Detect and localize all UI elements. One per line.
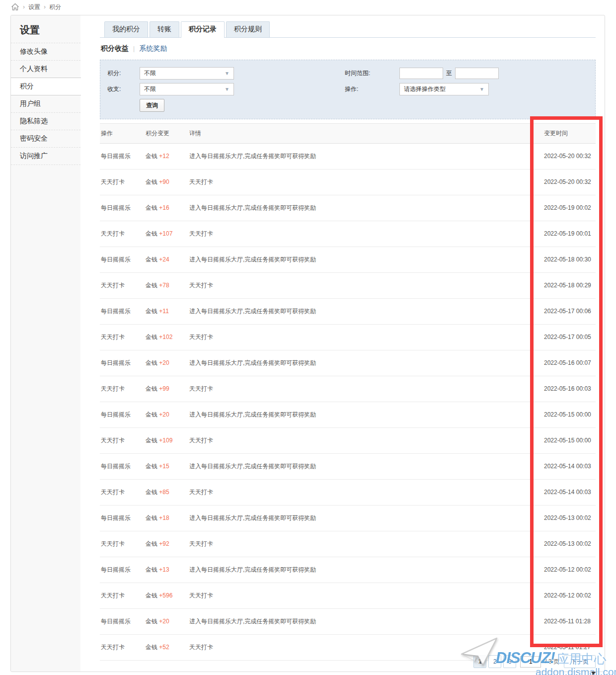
table-row: 天天打卡 金钱 +90 天天打卡 2022-05-20 00:32: [100, 169, 596, 195]
row-detail: 进入每日摇摇乐大厅,完成任务摇奖即可获得奖励: [188, 609, 543, 635]
credit-type: 金钱: [146, 618, 157, 625]
breadcrumb-item-settings[interactable]: 设置: [28, 3, 40, 11]
sidebar-title: 设置: [11, 15, 80, 43]
row-operation: 天天打卡: [100, 273, 145, 299]
row-credit-change: 金钱 +102: [145, 325, 188, 350]
chevron-down-icon: ▼: [225, 86, 230, 92]
sidebar-item-usergroup[interactable]: 用户组: [11, 95, 80, 113]
row-change-time: 2022-05-17 00:06: [543, 299, 596, 325]
credit-amount: +13: [159, 566, 169, 573]
credit-select[interactable]: 不限 ▼: [140, 67, 234, 80]
row-credit-change: 金钱 +13: [145, 557, 188, 583]
page-button-3[interactable]: 3: [503, 655, 516, 668]
row-detail: 天天打卡: [188, 583, 543, 609]
operation-select[interactable]: 请选择操作类型 ▼: [399, 83, 489, 95]
breadcrumb-separator: ›: [23, 3, 25, 10]
credit-amount: +20: [159, 411, 169, 418]
row-detail: 天天打卡: [188, 376, 543, 402]
home-icon[interactable]: [11, 3, 19, 11]
credit-type: 金钱: [146, 489, 157, 496]
row-detail: 进入每日摇摇乐大厅,完成任务摇奖即可获得奖励: [188, 402, 543, 428]
credit-type: 金钱: [146, 153, 157, 160]
income-select[interactable]: 不限 ▼: [140, 83, 234, 95]
table-row: 每日摇摇乐 金钱 +12 进入每日摇摇乐大厅,完成任务摇奖即可获得奖励 2022…: [100, 144, 596, 169]
row-detail: 进入每日摇摇乐大厅,完成任务摇奖即可获得奖励: [188, 557, 543, 583]
page-button-1[interactable]: 1: [473, 655, 486, 668]
table-row: 天天打卡 金钱 +92 天天打卡 2022-05-13 00:02: [100, 531, 596, 557]
row-operation: 每日摇摇乐: [100, 609, 145, 635]
tab-bar: 我的积分 转账 积分记录 积分规则: [100, 21, 596, 38]
row-operation: 每日摇摇乐: [100, 195, 145, 221]
sidebar-item-credits[interactable]: 积分: [11, 78, 81, 95]
breadcrumb-item-credits[interactable]: 积分: [49, 3, 61, 11]
row-detail: 天天打卡: [188, 428, 543, 454]
query-button[interactable]: 查询: [140, 99, 164, 112]
table-row: 天天打卡 金钱 +102 天天打卡 2022-05-17 00:05: [100, 325, 596, 350]
credit-amount: +24: [159, 256, 169, 263]
credit-amount: +12: [159, 153, 169, 160]
income-select-value: 不限: [144, 85, 156, 93]
tab-my-credits[interactable]: 我的积分: [104, 21, 148, 37]
time-from-input[interactable]: [399, 68, 443, 79]
tab-credit-log[interactable]: 积分记录: [181, 21, 225, 38]
sidebar-item-security[interactable]: 密码安全: [11, 130, 80, 148]
credit-type: 金钱: [146, 282, 157, 289]
row-credit-change: 金钱 +12: [145, 144, 188, 169]
row-change-time: 2022-05-14 00:03: [543, 454, 596, 480]
row-detail: 进入每日摇摇乐大厅,完成任务摇奖即可获得奖励: [188, 350, 543, 376]
credit-amount: +107: [159, 230, 172, 237]
row-detail: 天天打卡: [188, 480, 543, 506]
credit-amount: +102: [159, 334, 172, 340]
subnav-divider: |: [133, 45, 135, 52]
subnav-credit-income[interactable]: 积分收益: [101, 44, 129, 53]
sidebar-item-privacy[interactable]: 隐私筛选: [11, 113, 80, 130]
sidebar-item-promotion[interactable]: 访问推广: [11, 148, 80, 165]
credit-type: 金钱: [146, 437, 157, 444]
row-operation: 天天打卡: [100, 376, 145, 402]
row-detail: 进入每日摇摇乐大厅,完成任务摇奖即可获得奖励: [188, 299, 543, 325]
table-row: 天天打卡 金钱 +78 天天打卡 2022-05-18 00:29: [100, 273, 596, 299]
row-credit-change: 金钱 +20: [145, 609, 188, 635]
next-page-button[interactable]: 下一页: [564, 655, 596, 668]
time-range-label: 时间范围:: [345, 69, 399, 78]
row-detail: 进入每日摇摇乐大厅,完成任务摇奖即可获得奖励: [188, 144, 543, 169]
credit-type: 金钱: [146, 230, 157, 237]
credit-type: 金钱: [146, 644, 157, 651]
sidebar-item-avatar[interactable]: 修改头像: [11, 43, 80, 61]
sidebar: 设置 修改头像 个人资料 积分 用户组 隐私筛选 密码安全 访问推广: [11, 15, 80, 672]
operation-select-value: 请选择操作类型: [404, 85, 446, 93]
table-row: 每日摇摇乐 金钱 +16 进入每日摇摇乐大厅,完成任务摇奖即可获得奖励 2022…: [100, 195, 596, 221]
breadcrumb-separator: ›: [44, 3, 46, 10]
row-change-time: 2022-05-20 00:32: [543, 144, 596, 169]
time-to-input[interactable]: [455, 68, 499, 79]
row-operation: 天天打卡: [100, 583, 145, 609]
row-detail: 进入每日摇摇乐大厅,完成任务摇奖即可获得奖励: [188, 506, 543, 531]
main-content: 我的积分 转账 积分记录 积分规则 积分收益 | 系统奖励 积分: 不限 ▼ 时…: [80, 15, 605, 672]
row-credit-change: 金钱 +90: [145, 169, 188, 195]
subnav: 积分收益 | 系统奖励: [101, 44, 596, 53]
row-change-time: 2022-05-13 00:02: [543, 506, 596, 531]
row-detail: 天天打卡: [188, 169, 543, 195]
table-row: 每日摇摇乐 金钱 +11 进入每日摇摇乐大厅,完成任务摇奖即可获得奖励 2022…: [100, 299, 596, 325]
row-detail: 进入每日摇摇乐大厅,完成任务摇奖即可获得奖励: [188, 195, 543, 221]
tab-credit-rules[interactable]: 积分规则: [226, 21, 270, 37]
credit-amount: +99: [159, 385, 169, 392]
sidebar-item-profile[interactable]: 个人资料: [11, 61, 80, 78]
credit-amount: +18: [159, 514, 169, 521]
row-change-time: 2022-05-14 00:03: [543, 480, 596, 506]
tab-transfer[interactable]: 转账: [150, 21, 179, 37]
row-change-time: 2022-05-20 00:32: [543, 169, 596, 195]
table-row: 每日摇摇乐 金钱 +15 进入每日摇摇乐大厅,完成任务摇奖即可获得奖励 2022…: [100, 454, 596, 480]
row-change-time: 2022-05-19 00:01: [543, 221, 596, 247]
row-change-time: 2022-05-17 00:05: [543, 325, 596, 350]
credit-amount: +11: [159, 308, 168, 315]
credit-type: 金钱: [146, 256, 157, 263]
credit-amount: +85: [159, 489, 169, 496]
page-button-2[interactable]: 2: [488, 655, 501, 668]
table-row: 每日摇摇乐 金钱 +18 进入每日摇摇乐大厅,完成任务摇奖即可获得奖励 2022…: [100, 506, 596, 531]
credit-select-value: 不限: [144, 69, 156, 78]
row-credit-change: 金钱 +18: [145, 506, 188, 531]
row-detail: 进入每日摇摇乐大厅,完成任务摇奖即可获得奖励: [188, 247, 543, 273]
page-jump-input[interactable]: [520, 656, 541, 668]
subnav-system-reward-link[interactable]: 系统奖励: [139, 44, 167, 53]
